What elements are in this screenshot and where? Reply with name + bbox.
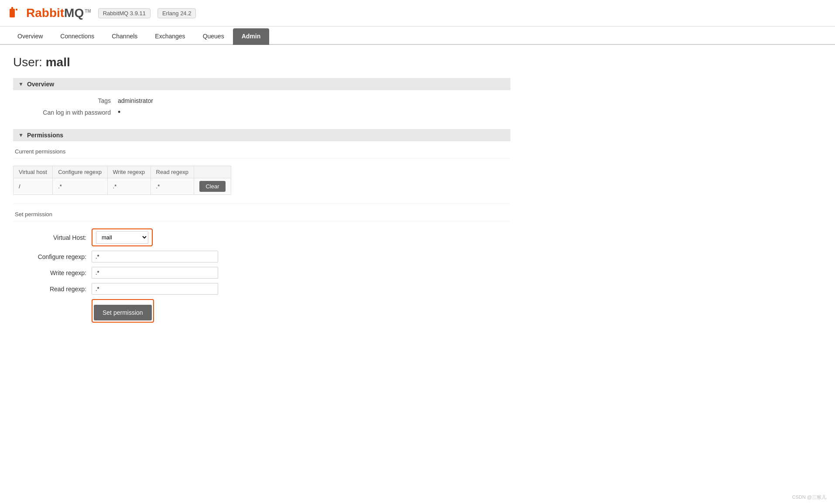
nav-item-channels[interactable]: Channels [103,28,146,45]
col-actions [194,166,231,178]
divider-3 [13,221,510,221]
permissions-table-header-row: Virtual host Configure regexp Write rege… [14,166,231,178]
clear-button[interactable]: Clear [199,181,225,192]
set-permission-button-highlight: Set permission [92,299,154,323]
page-title-username: mall [46,55,70,69]
virtual-host-form-row: Virtual Host: mall / [13,228,510,246]
current-permissions-label: Current permissions [13,148,510,155]
permissions-table-head: Virtual host Configure regexp Write rege… [14,166,231,178]
main-content: User: mall ▼ Overview Tags administrator… [0,45,524,355]
read-regexp-form-row: Read regexp: [13,283,510,295]
cell-configure-regexp: .* [53,178,107,195]
permissions-collapse-arrow: ▼ [18,132,24,138]
permissions-table-body: / .* .* .* Clear [14,178,231,195]
tags-label: Tags [22,97,118,104]
svg-rect-1 [11,7,13,10]
nav-item-queues[interactable]: Queues [194,28,233,45]
nav-item-overview[interactable]: Overview [9,28,51,45]
nav-item-admin[interactable]: Admin [233,28,270,45]
header: RabbitMQTM RabbitMQ 3.9.11 Erlang 24.2 [0,0,835,27]
permissions-section-header[interactable]: ▼ Permissions [13,129,510,141]
permissions-section-title: Permissions [27,132,63,139]
rabbitmq-logo-icon [9,5,24,21]
permissions-table: Virtual host Configure regexp Write rege… [13,166,231,195]
divider-1 [13,158,510,159]
set-permission-form: Virtual Host: mall / Configure regexp: W… [13,228,510,336]
table-row: / .* .* .* Clear [14,178,231,195]
login-value: • [118,108,120,117]
col-virtual-host: Virtual host [14,166,53,178]
page-title: User: mall [13,55,510,69]
read-regexp-form-label: Read regexp: [13,286,92,293]
cell-read-regexp: .* [151,178,194,195]
col-read-regexp: Read regexp [151,166,194,178]
col-write-regexp: Write regexp [107,166,151,178]
logo-rabbit-text: Rabbit [26,6,64,20]
overview-section-header[interactable]: ▼ Overview [13,78,510,90]
rabbitmq-version-badge: RabbitMQ 3.9.11 [98,8,151,18]
login-row: Can log in with password • [22,108,502,117]
set-permission-button-row: Set permission [13,299,510,323]
tags-value: administrator [118,97,153,104]
overview-section-title: Overview [27,81,54,88]
page-title-prefix: User: [13,55,46,69]
virtual-host-select[interactable]: mall / [96,231,148,244]
virtual-host-highlight-box: mall / [92,228,153,246]
read-regexp-input[interactable] [92,283,218,295]
configure-regexp-form-label: Configure regexp: [13,253,92,260]
col-configure-regexp: Configure regexp [53,166,107,178]
cell-virtual-host: / [14,178,53,195]
permissions-content: Current permissions Virtual host Configu… [13,148,510,344]
tags-row: Tags administrator [22,97,502,104]
svg-rect-2 [16,9,17,10]
divider-2 [13,204,510,204]
logo: RabbitMQTM [9,5,91,21]
set-permission-label: Set permission [13,211,510,218]
configure-regexp-form-row: Configure regexp: [13,251,510,262]
logo-mq-text: MQ [64,6,84,20]
overview-content: Tags administrator Can log in with passw… [13,97,510,129]
write-regexp-input[interactable] [92,267,218,279]
login-label: Can log in with password [22,109,118,116]
cell-write-regexp: .* [107,178,151,195]
nav-item-exchanges[interactable]: Exchanges [146,28,194,45]
overview-collapse-arrow: ▼ [18,81,24,87]
erlang-version-badge: Erlang 24.2 [157,8,196,18]
write-regexp-form-row: Write regexp: [13,267,510,279]
cell-clear-action[interactable]: Clear [194,178,231,195]
nav-item-connections[interactable]: Connections [51,28,103,45]
set-permission-button[interactable]: Set permission [94,305,152,320]
write-regexp-form-label: Write regexp: [13,269,92,276]
logo-tm-text: TM [85,9,91,14]
main-nav: Overview Connections Channels Exchanges … [0,28,835,45]
configure-regexp-input[interactable] [92,251,218,262]
virtual-host-form-label: Virtual Host: [13,234,92,241]
